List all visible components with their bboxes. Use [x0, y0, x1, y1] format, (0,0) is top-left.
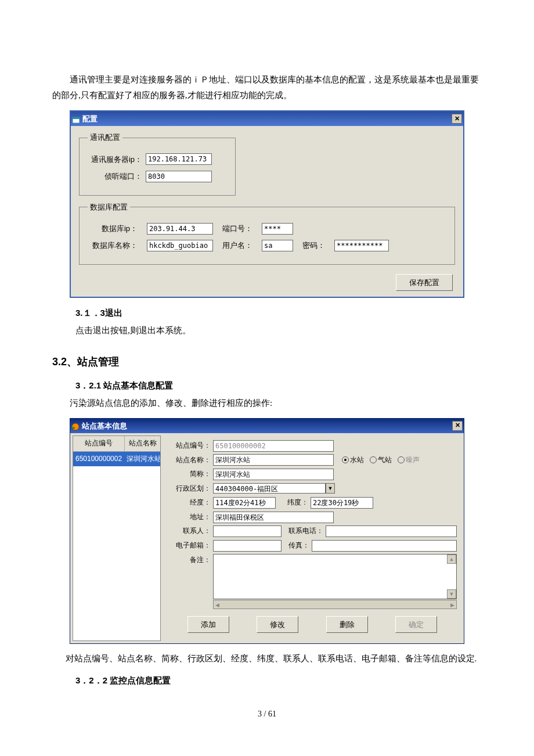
- config-title-text: 配置: [82, 112, 98, 125]
- address-input[interactable]: 深圳福田保税区: [213, 512, 334, 523]
- short-name-input[interactable]: 深圳河水站: [213, 469, 334, 480]
- site-name-label: 站点名称：: [168, 454, 211, 467]
- comm-server-input[interactable]: 192.168.121.73: [146, 153, 212, 165]
- svg-point-3: [73, 427, 75, 429]
- phone-label: 联系电话：: [288, 525, 323, 538]
- station-form: 站点编号： 650100000002 站点名称： 深圳河水站 水站 气站 噪声 …: [163, 435, 461, 641]
- station-title-text: 站点基本信息: [82, 419, 127, 433]
- station-dialog: 站点基本信息 ✕ 站点编号 站点名称 650100000002 深圳河水站 站点…: [70, 418, 464, 645]
- site-no-label: 站点编号：: [168, 440, 211, 452]
- save-config-button[interactable]: 保存配置: [396, 274, 453, 291]
- comm-groupbox: 通讯配置 通讯服务器ip： 192.168.121.73 侦听端口： 8030: [79, 131, 236, 195]
- sec-3-2-2-heading: 3．2．2 监控点信息配置: [75, 672, 482, 688]
- remark-textarea[interactable]: ▲ ▼: [213, 554, 457, 599]
- db-pwd-label: 密码：: [302, 239, 325, 252]
- radio-noise[interactable]: 噪声: [398, 454, 420, 467]
- scroll-up-icon[interactable]: ▲: [447, 555, 456, 564]
- district-label: 行政区划：: [168, 483, 211, 495]
- contact-input[interactable]: [213, 525, 282, 537]
- config-titlebar: 配置 ✕: [71, 111, 463, 126]
- contact-label: 联系人：: [168, 525, 211, 538]
- db-pwd-input[interactable]: ***********: [334, 240, 389, 251]
- scroll-down-icon[interactable]: ▼: [447, 589, 456, 599]
- remark-label: 备注：: [168, 554, 211, 567]
- ok-button[interactable]: 确定: [395, 616, 437, 633]
- sec-3-2-heading: 3.2、站点管理: [52, 352, 482, 371]
- comm-server-label: 通讯服务器ip：: [88, 153, 142, 166]
- site-no-input[interactable]: 650100000002: [213, 440, 334, 452]
- db-ip-label: 数据库ip：: [88, 222, 138, 235]
- db-groupbox: 数据库配置 数据库ip： 203.91.44.3 端口号： **** 数据库名称…: [79, 200, 455, 265]
- db-name-input[interactable]: hkckdb_guobiao: [147, 240, 213, 251]
- station-list-row-selected[interactable]: 650100000002 深圳河水站: [73, 452, 160, 467]
- station-list[interactable]: 站点编号 站点名称 650100000002 深圳河水站: [73, 435, 161, 641]
- close-icon[interactable]: ✕: [452, 421, 463, 431]
- email-label: 电子邮箱：: [168, 539, 211, 552]
- fax-label: 传真：: [288, 539, 309, 552]
- db-user-label: 用户名：: [222, 239, 252, 252]
- window-icon: [72, 115, 80, 123]
- chevron-down-icon[interactable]: ▼: [326, 483, 335, 494]
- lat-label: 纬度：: [287, 496, 308, 509]
- edit-button[interactable]: 修改: [257, 616, 298, 633]
- db-port-input[interactable]: ****: [262, 223, 293, 235]
- site-name-input[interactable]: 深圳河水站: [213, 454, 334, 466]
- close-icon[interactable]: ✕: [452, 114, 462, 124]
- lon-label: 经度：: [168, 496, 211, 509]
- lat-input[interactable]: 22度30分19秒: [311, 497, 373, 509]
- db-ip-input[interactable]: 203.91.44.3: [147, 223, 213, 235]
- phone-input[interactable]: [326, 525, 457, 537]
- window-icon: [71, 422, 80, 430]
- sec-3-1-3-heading: 3.１．3退出: [75, 305, 482, 321]
- radio-water[interactable]: 水站: [342, 454, 364, 467]
- email-input[interactable]: [213, 540, 282, 552]
- add-button[interactable]: 添加: [187, 616, 229, 633]
- db-port-label: 端口号：: [222, 222, 252, 235]
- short-name-label: 简称：: [168, 468, 211, 481]
- sec-3-2-1-body: 污染源站点信息的添加、修改、删除进行相应的操作:: [52, 395, 482, 411]
- station-list-header: 站点编号 站点名称: [73, 436, 160, 452]
- post-station-paragraph: 对站点编号、站点名称、简称、行政区划、经度、纬度、联系人、联系电话、电子邮箱、备…: [52, 651, 482, 667]
- listen-port-input[interactable]: 8030: [146, 171, 212, 182]
- listen-port-label: 侦听端口：: [88, 170, 142, 183]
- scroll-horizontal[interactable]: ◀ ▶: [213, 600, 457, 609]
- db-name-label: 数据库名称：: [88, 239, 138, 252]
- intro-paragraph: 通讯管理主要是对连接服务器的ｉＰ地址、端口以及数据库的基本信息的配置，这是系统最…: [52, 72, 482, 103]
- comm-legend: 通讯配置: [88, 131, 122, 144]
- station-titlebar: 站点基本信息 ✕: [70, 419, 464, 433]
- district-combo[interactable]: 440304000-福田区 ▼: [213, 483, 335, 494]
- page-number: 3 / 61: [0, 707, 534, 721]
- sec-3-1-3-body: 点击退出按钮,则退出本系统。: [75, 323, 482, 339]
- lon-input[interactable]: 114度02分41秒: [213, 497, 276, 509]
- delete-button[interactable]: 删除: [326, 616, 368, 633]
- svg-point-2: [72, 423, 79, 430]
- sec-3-2-1-heading: 3．2.1 站点基本信息配置: [75, 377, 482, 393]
- config-dialog: 配置 ✕ 通讯配置 通讯服务器ip： 192.168.121.73 侦听端口： …: [70, 110, 464, 298]
- fax-input[interactable]: [312, 540, 457, 552]
- radio-air[interactable]: 气站: [370, 454, 392, 467]
- svg-rect-1: [73, 117, 80, 119]
- db-legend: 数据库配置: [88, 200, 130, 214]
- db-user-input[interactable]: sa: [262, 240, 293, 251]
- address-label: 地址：: [168, 511, 211, 524]
